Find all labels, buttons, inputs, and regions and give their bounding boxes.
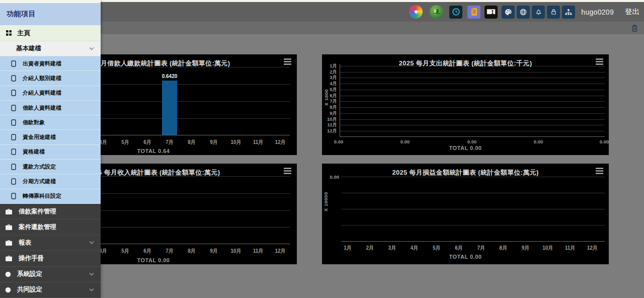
x-axis-month-label: 5月 xyxy=(121,139,129,146)
sidebar-item[interactable]: 報表 xyxy=(0,235,101,251)
chart-total-label: TOTAL 0.00 xyxy=(322,254,609,260)
clock-app-icon[interactable] xyxy=(449,6,462,19)
x-axis-month-label: 10月 xyxy=(542,245,553,252)
globe-glyph xyxy=(519,8,527,16)
x-axis-month-label: 9月 xyxy=(210,248,218,255)
chart-gridline xyxy=(340,72,605,72)
form-icon xyxy=(11,178,16,185)
sidebar-title: 功能項目 xyxy=(0,3,101,25)
sidebar-item-label: 借款人資料建檔 xyxy=(23,104,61,112)
chart-menu-icon[interactable] xyxy=(595,58,604,65)
y-axis-zero-label: 0.00 xyxy=(322,174,339,180)
presentation-app-icon[interactable] xyxy=(485,6,498,19)
bell-glyph xyxy=(535,8,542,16)
data-bar-july xyxy=(162,81,177,135)
sidebar-item-label: 分期方式建檔 xyxy=(23,178,56,185)
sidebar-item[interactable]: 還款方式設定 xyxy=(0,160,101,174)
sidebar-item-label: 共同設定 xyxy=(17,285,42,294)
x-axis-month-label: 7月 xyxy=(166,139,174,146)
sidebar-item[interactable]: 借款對象 xyxy=(0,115,101,130)
x-axis-month-label: 2月 xyxy=(366,245,374,252)
sidebar-item[interactable]: 操作手冊 xyxy=(0,251,101,266)
sidebar-item-label: 出資者資料建檔 xyxy=(23,60,61,67)
palette-glyph xyxy=(504,8,512,16)
x-axis-tick-label: 0.00 xyxy=(400,139,410,144)
sidebar-item[interactable]: 介紹人資料建檔 xyxy=(0,86,101,101)
bar-value-label: 0.6420 xyxy=(162,73,178,79)
sidebar-item[interactable]: 借款人資料建檔 xyxy=(0,101,101,115)
sidebar-item[interactable]: 介紹人類別建檔 xyxy=(0,71,101,86)
chart-menu-icon[interactable] xyxy=(283,168,292,174)
sidebar-item-label: 系統設定 xyxy=(17,270,42,278)
y-axis-month-label: 12月 xyxy=(324,128,337,134)
lock-icon[interactable] xyxy=(547,6,560,19)
briefcase-icon xyxy=(5,224,13,231)
chart-x-axis-line xyxy=(340,136,605,137)
form-icon xyxy=(11,119,16,126)
chart-title: 2025 每月損益金額統計圖表 (統計金額單位:萬元) xyxy=(322,168,609,177)
sidebar-section-basic-setup[interactable]: 基本建檔 xyxy=(0,41,101,56)
lock-glyph xyxy=(550,8,557,16)
sidebar-item[interactable]: 出資者資料建檔 xyxy=(0,56,101,71)
chart-menu-icon[interactable] xyxy=(595,168,604,174)
sidebar-item[interactable]: 案件還款管理 xyxy=(0,219,101,235)
sidebar-item-label: 資格建檔 xyxy=(23,148,45,156)
chart-gridline xyxy=(340,131,605,131)
sidebar-item[interactable]: 共同設定 xyxy=(0,282,101,298)
chart-gridline xyxy=(340,96,605,96)
chevron-down-icon xyxy=(89,272,95,276)
sidebar-item[interactable]: 借款案件管理 xyxy=(0,204,101,219)
x-axis-month-label: 11月 xyxy=(253,248,264,255)
x-axis-month-label: 7月 xyxy=(477,245,485,252)
form-icon xyxy=(11,90,16,96)
sidebar-item-home[interactable]: 主頁 xyxy=(0,25,101,41)
sitemap-icon[interactable] xyxy=(562,6,575,19)
x-axis-month-label: 7月 xyxy=(166,248,174,255)
x-axis-tick-label: 0.00 xyxy=(534,139,543,144)
x-axis-month-label: 11月 xyxy=(253,139,264,146)
sidebar-item[interactable]: 資金用途建檔 xyxy=(0,130,101,144)
x-axis-month-label: 5月 xyxy=(121,248,129,255)
x-axis-month-label: 6月 xyxy=(143,248,151,255)
x-axis-month-label: 11月 xyxy=(565,245,576,252)
x-axis-month-label: 12月 xyxy=(275,248,285,255)
sidebar-item[interactable]: 系統設定 xyxy=(0,267,101,282)
trash-icon[interactable] xyxy=(631,24,638,32)
chart-gridline xyxy=(340,119,605,120)
x-axis-month-label: 8月 xyxy=(188,139,196,146)
x-axis-tick-label: 0.00 xyxy=(334,139,344,144)
chevron-down-icon xyxy=(89,241,95,245)
x-axis-month-label: 8月 xyxy=(500,245,508,252)
scroll-app-icon[interactable] xyxy=(467,6,480,19)
logout-button[interactable]: 登出 xyxy=(625,7,639,17)
sidebar-item[interactable]: 資格建檔 xyxy=(0,145,101,160)
grid-icon xyxy=(6,30,12,36)
sidebar-item-label: 主頁 xyxy=(17,29,30,38)
chart-gridline xyxy=(340,107,605,108)
briefcase-icon xyxy=(5,240,13,246)
green-logo-glyph xyxy=(433,8,441,16)
x-axis-tick-label: 0.00 xyxy=(467,139,477,144)
chart-title: 2025 每月支出統計圖表 (統計金額單位:千元) xyxy=(322,59,609,68)
sidebar-blue-group: 出資者資料建檔介紹人類別建檔介紹人資料建檔借款人資料建檔借款對象資金用途建檔資格… xyxy=(0,56,101,204)
x-axis-month-label: 9月 xyxy=(522,245,530,252)
chart-menu-icon[interactable] xyxy=(283,58,292,65)
palette-icon[interactable] xyxy=(502,6,515,19)
presentation-icon xyxy=(487,8,496,16)
sidebar-item[interactable]: 分期方式建檔 xyxy=(0,174,101,189)
sidebar-item-label: 借款對象 xyxy=(23,119,45,126)
sidebar-dark-group: 借款案件管理案件還款管理報表操作手冊系統設定共同設定 xyxy=(0,204,101,298)
form-icon xyxy=(11,105,16,111)
chart-panel-profit-loss: 2025 每月損益金額統計圖表 (統計金額單位:萬元) X 10000 TOTA… xyxy=(322,164,609,264)
x-axis-month-label: 10月 xyxy=(230,248,241,255)
briefcase-icon xyxy=(5,255,13,262)
form-icon xyxy=(11,164,16,170)
chart-gridline xyxy=(340,66,605,66)
sidebar-item-label: 操作手冊 xyxy=(19,254,44,263)
rainbow-heart-logo-icon[interactable]: ♥ xyxy=(409,5,423,19)
green-app-logo-icon[interactable] xyxy=(430,5,443,19)
globe-icon[interactable] xyxy=(517,6,530,19)
username-label: hugo0209 xyxy=(581,8,614,16)
sidebar-item[interactable]: 轉傳票科目設定 xyxy=(0,189,101,204)
bell-icon[interactable] xyxy=(532,6,545,19)
